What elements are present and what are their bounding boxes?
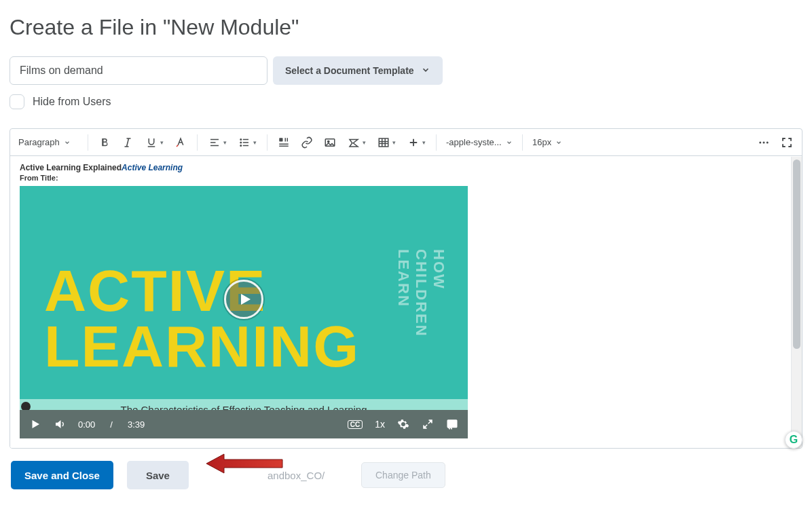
volume-icon[interactable] [54,418,66,430]
italic-button[interactable] [117,132,139,153]
duration-time: 3:39 [128,419,145,430]
more-actions-button[interactable] [753,132,775,153]
font-color-button[interactable] [170,132,191,153]
embedded-video: ACTIVE LEARNING HOW CHILDREN LEARN The C… [20,186,468,438]
file-title-input[interactable] [10,56,267,85]
rich-text-editor: Paragraph ▾ ▾ ▾ ▾ ▾ ▾ -apple-syste... [10,128,802,449]
play-button[interactable] [224,280,263,319]
editor-content-area[interactable]: Active Learning ExplainedActive Learning… [10,156,802,448]
align-button[interactable]: ▾ [203,132,232,153]
select-template-button[interactable]: Select a Document Template [273,56,443,85]
insert-stuff-button[interactable] [273,132,295,153]
save-and-close-button[interactable]: Save and Close [11,461,113,489]
svg-rect-4 [285,138,287,141]
font-size-select[interactable]: 16px [528,132,574,153]
hide-from-users-checkbox[interactable] [10,94,24,109]
captions-button[interactable]: CC [348,420,363,429]
from-title-label: From Title: [20,174,468,182]
change-path-button[interactable]: Change Path [361,462,445,488]
select-template-label: Select a Document Template [285,65,414,76]
video-controls: 0:00 / 3:39 CC 1x [20,410,468,438]
segment-link[interactable]: Active Learning [122,163,183,172]
svg-rect-3 [279,138,282,141]
play-control-icon[interactable] [29,418,41,430]
svg-rect-5 [287,138,289,141]
current-time: 0:00 [78,419,95,430]
playback-speed-button[interactable]: 1x [375,419,385,430]
editor-toolbar: Paragraph ▾ ▾ ▾ ▾ ▾ ▾ -apple-syste... [10,129,802,156]
expand-icon[interactable] [422,418,434,430]
svg-point-13 [767,141,769,143]
svg-point-1 [240,142,242,143]
font-family-select[interactable]: -apple-syste... [442,132,517,153]
equation-button[interactable]: ▾ [342,132,371,153]
video-title-text: ACTIVE LEARNING [44,263,360,374]
svg-point-12 [763,141,765,143]
segment-heading: Active Learning ExplainedActive Learning [20,163,468,172]
svg-rect-10 [379,138,388,147]
link-button[interactable] [296,132,318,153]
more-insert-button[interactable]: ▾ [402,132,430,153]
table-button[interactable]: ▾ [372,132,401,153]
video-side-text: HOW CHILDREN LEARN [394,249,447,375]
svg-rect-6 [279,143,289,145]
cast-icon[interactable] [446,418,458,430]
save-button[interactable]: Save [127,461,189,489]
svg-point-9 [328,140,329,142]
hide-from-users-label: Hide from Users [33,96,111,108]
page-title: Create a File in "New Module" [10,15,802,40]
fullscreen-button[interactable] [776,132,798,153]
svg-point-0 [240,138,242,140]
underline-button[interactable]: ▾ [140,132,168,153]
svg-point-11 [759,141,761,143]
path-fragment: andbox_CO/ [267,470,325,481]
editor-scrollbar[interactable] [791,157,802,448]
svg-rect-7 [279,145,289,147]
scrollbar-thumb[interactable] [793,159,800,349]
chevron-down-icon [421,65,430,77]
grammarly-badge-icon[interactable]: G [785,431,802,449]
bold-button[interactable] [94,132,115,153]
settings-gear-icon[interactable] [397,418,409,430]
image-button[interactable] [319,132,341,153]
paragraph-style-select[interactable]: Paragraph [14,132,82,153]
list-button[interactable]: ▾ [233,132,261,153]
svg-point-2 [240,145,242,146]
